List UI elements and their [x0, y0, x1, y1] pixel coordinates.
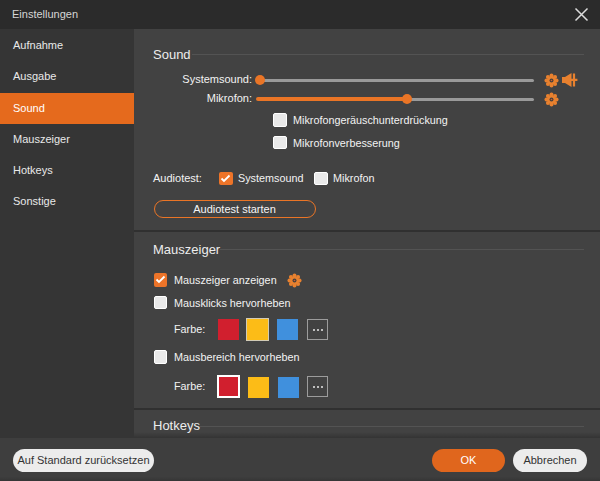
- gear-icon: [287, 273, 302, 288]
- highlight-clicks-checkbox[interactable]: [154, 296, 168, 310]
- audiotest-label: Audiotest:: [153, 172, 202, 184]
- noise-reduction-label: Mikrofongeräuschunterdrückung: [293, 114, 448, 126]
- click-color-blue[interactable]: [277, 319, 298, 340]
- ok-button[interactable]: OK: [432, 449, 505, 472]
- systemsound-label: Systemsound:: [154, 73, 252, 85]
- window-title: Einstellungen: [12, 8, 78, 20]
- titlebar: Einstellungen: [0, 0, 600, 29]
- close-button[interactable]: [571, 4, 592, 25]
- sound-heading-rule: [192, 54, 584, 55]
- click-color-more-button[interactable]: [307, 319, 328, 340]
- click-color-label: Farbe:: [174, 323, 205, 335]
- noise-reduction-checkbox[interactable]: [273, 113, 287, 127]
- footer-bar: Auf Standard zurücksetzen OK Abbrechen: [0, 438, 600, 481]
- hotkeys-heading-rule: [200, 426, 584, 427]
- speaker-plus-icon: [562, 73, 580, 88]
- sidebar-item-sonstige[interactable]: Sonstige: [0, 186, 134, 217]
- area-color-blue[interactable]: [278, 377, 299, 398]
- show-cursor-label: Mauszeiger anzeigen: [174, 274, 277, 286]
- area-color-red[interactable]: [217, 375, 240, 398]
- close-icon: [574, 7, 589, 22]
- settings-dialog: Einstellungen Aufnahme Ausgabe Sound Mau…: [0, 0, 600, 481]
- mikrofon-label: Mikrofon:: [154, 92, 252, 104]
- area-color-more-button[interactable]: [307, 376, 328, 397]
- audiotest-mikrofon-label: Mikrofon: [333, 172, 374, 184]
- check-icon: [155, 275, 166, 284]
- mic-enhance-label: Mikrofonverbesserung: [293, 137, 400, 149]
- cancel-button[interactable]: Abbrechen: [513, 449, 587, 472]
- check-icon: [220, 174, 231, 183]
- section-divider: [134, 408, 600, 410]
- section-divider: [134, 230, 600, 232]
- audiotest-start-button[interactable]: Audiotest starten: [154, 200, 316, 218]
- sidebar-item-mauszeiger[interactable]: Mauszeiger: [0, 124, 134, 155]
- highlight-area-checkbox[interactable]: [154, 350, 168, 364]
- highlight-clicks-label: Mausklicks hervorheben: [174, 297, 290, 309]
- gear-icon: [544, 73, 559, 88]
- systemsound-settings-button[interactable]: [544, 73, 559, 92]
- show-cursor-checkbox[interactable]: [154, 273, 168, 287]
- reset-button[interactable]: Auf Standard zurücksetzen: [13, 449, 154, 472]
- audiotest-systemsound-checkbox[interactable]: [219, 172, 233, 186]
- area-color-label: Farbe:: [174, 380, 205, 392]
- hotkeys-heading: Hotkeys: [153, 418, 200, 433]
- click-color-yellow[interactable]: [247, 319, 268, 340]
- mikrofon-settings-button[interactable]: [544, 92, 559, 111]
- mauszeiger-heading: Mauszeiger: [153, 242, 220, 257]
- mic-enhance-checkbox[interactable]: [273, 136, 287, 150]
- mikrofon-slider-thumb[interactable]: [402, 94, 412, 104]
- sound-heading: Sound: [153, 47, 191, 62]
- cursor-settings-button[interactable]: [287, 273, 302, 292]
- sidebar: Aufnahme Ausgabe Sound Mauszeiger Hotkey…: [0, 29, 134, 438]
- sidebar-item-hotkeys[interactable]: Hotkeys: [0, 155, 134, 186]
- area-color-yellow[interactable]: [248, 377, 269, 398]
- systemsound-slider-thumb[interactable]: [255, 75, 265, 85]
- click-color-red[interactable]: [218, 319, 239, 340]
- sidebar-item-sound[interactable]: Sound: [0, 93, 134, 124]
- mauszeiger-heading-rule: [220, 249, 584, 250]
- gear-icon: [544, 92, 559, 107]
- sidebar-item-ausgabe[interactable]: Ausgabe: [0, 61, 134, 92]
- highlight-area-label: Mausbereich hervorheben: [174, 351, 299, 363]
- sidebar-item-aufnahme[interactable]: Aufnahme: [0, 30, 134, 61]
- audiotest-mikrofon-checkbox[interactable]: [314, 172, 328, 186]
- speaker-button[interactable]: [562, 73, 580, 92]
- main-panel: Sound Systemsound:: [134, 29, 600, 438]
- systemsound-slider-track[interactable]: [258, 79, 534, 82]
- mikrofon-slider-fill: [256, 97, 407, 101]
- audiotest-systemsound-label: Systemsound: [238, 172, 303, 184]
